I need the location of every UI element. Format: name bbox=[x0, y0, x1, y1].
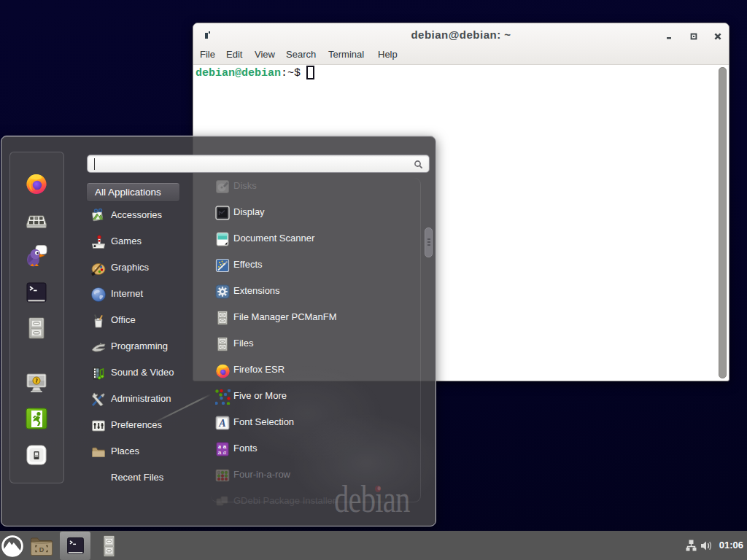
svg-text:a: a bbox=[223, 449, 226, 456]
svg-text:D: D bbox=[39, 546, 44, 553]
svg-text:a: a bbox=[218, 449, 222, 456]
svg-text:A: A bbox=[218, 418, 225, 429]
